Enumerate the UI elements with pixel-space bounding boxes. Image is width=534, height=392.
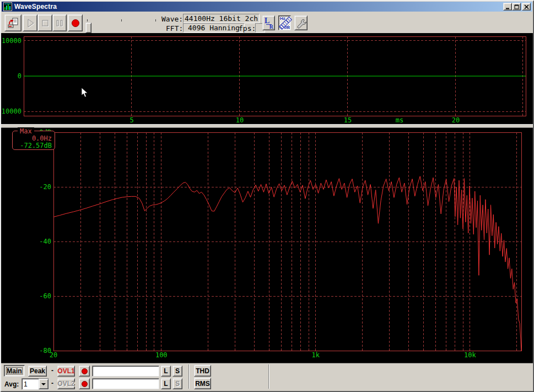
waveform-chart: 5101520ms100000-10000 — [1, 33, 533, 124]
main-toolbar: Wave: 44100Hz 16bit 2ch FFT: 4096 Hannin… — [1, 12, 533, 34]
waveform-panel: 5101520ms100000-10000 — [1, 33, 533, 124]
peak-box-legend: Max — [18, 127, 34, 135]
stop-icon — [40, 18, 51, 29]
overlay2-button[interactable]: OVL2 — [57, 378, 75, 389]
peak-hold-button[interactable]: Peak — [28, 366, 47, 377]
avg-count-select[interactable]: 1 — [21, 378, 49, 390]
slider-tick — [121, 19, 122, 22]
fft-setting-field: 4096 Hanning — [183, 23, 245, 33]
overlay1-save-button[interactable]: S — [172, 366, 182, 377]
lr-channel-button[interactable]: L R — [262, 15, 275, 30]
svg-text:-80: -80 — [39, 347, 51, 355]
close-button[interactable] — [522, 3, 531, 10]
wavespectra-window: WaveSpectra — [0, 0, 534, 392]
minimize-button[interactable] — [503, 3, 512, 10]
bottom-toolbar: Main Peak - OVL1 L S THD Avg: 1 - OVL2 L… — [1, 363, 533, 391]
fft-label: FFT: — [166, 24, 183, 33]
avg-label: Avg: — [4, 380, 19, 388]
svg-text:-10000: -10000 — [1, 108, 21, 115]
fps-label: fps: — [239, 24, 256, 33]
overlay1-name-input[interactable] — [92, 366, 159, 377]
peak-level-value: -72.57dB — [20, 142, 52, 149]
window-title: WaveSpectra — [14, 3, 57, 10]
overlay1-button[interactable]: OVL1 — [57, 366, 75, 377]
record-button[interactable] — [68, 14, 83, 31]
wrench-icon — [295, 18, 306, 29]
dash-separator: - — [51, 367, 53, 374]
overlay2-save-button[interactable]: S — [172, 378, 182, 389]
rms-button[interactable]: RMS — [194, 378, 211, 389]
left-right-channel-icon: L R — [263, 16, 274, 30]
hz-db-scale-button[interactable]: Hz dB — [278, 15, 291, 30]
overlay2-record-button[interactable] — [79, 378, 90, 389]
slider-tick — [87, 19, 88, 22]
wave-label: Wave: — [161, 15, 183, 23]
svg-text:10k: 10k — [464, 351, 476, 359]
position-slider[interactable] — [85, 19, 158, 31]
overlay2-load-button[interactable]: L — [161, 378, 171, 389]
titlebar[interactable]: WaveSpectra — [2, 2, 532, 12]
svg-text:100: 100 — [155, 351, 168, 359]
hz-db-scale-icon: Hz dB — [279, 16, 290, 30]
overlay2-name-input[interactable] — [92, 378, 159, 389]
record-dot-icon — [82, 368, 88, 374]
maximize-button[interactable] — [512, 3, 521, 10]
wave-format-field: 44100Hz 16bit 2ch — [183, 14, 260, 23]
dash-separator: - — [51, 379, 53, 387]
record-icon — [70, 18, 81, 29]
svg-text:10000: 10000 — [2, 37, 21, 45]
svg-text:10: 10 — [236, 116, 244, 124]
pause-button[interactable] — [52, 14, 67, 31]
open-wave-file-icon — [7, 17, 19, 29]
svg-text:-60: -60 — [39, 292, 51, 300]
spectrum-chart: 201001k10k0dB-20-40-60-80 — [1, 128, 533, 363]
svg-text:ms: ms — [396, 116, 403, 124]
svg-text:0: 0 — [18, 72, 21, 80]
stop-button[interactable] — [37, 14, 52, 31]
svg-text:5: 5 — [130, 116, 133, 124]
chevron-down-icon[interactable] — [39, 379, 48, 389]
svg-text:1k: 1k — [312, 351, 320, 359]
peak-readout-box: Max 0.0Hz -72.57dB — [12, 131, 55, 150]
record-dot-icon — [82, 381, 88, 387]
toolbar-separator — [268, 364, 269, 389]
toolbar-separator — [188, 364, 190, 389]
panel-separator — [1, 124, 533, 128]
open-file-button[interactable] — [4, 14, 21, 31]
play-button[interactable] — [23, 14, 37, 31]
peak-frequency-value: 0.0Hz — [32, 135, 52, 142]
slider-tick — [155, 19, 156, 22]
spectrum-panel: 201001k10k0dB-20-40-60-80 Max 0.0Hz -72.… — [1, 128, 533, 363]
pause-icon — [54, 18, 65, 29]
main-view-button[interactable]: Main — [4, 365, 25, 377]
avg-count-value: 1 — [22, 380, 39, 388]
settings-button[interactable] — [294, 15, 308, 30]
play-icon — [25, 18, 36, 29]
thd-button[interactable]: THD — [194, 365, 211, 377]
svg-text:15: 15 — [344, 116, 352, 124]
svg-text:-20: -20 — [39, 183, 51, 191]
svg-text:20: 20 — [452, 116, 460, 124]
svg-text:-40: -40 — [39, 238, 51, 245]
overlay1-record-button[interactable] — [79, 366, 90, 377]
app-icon — [3, 2, 12, 11]
overlay1-load-button[interactable]: L — [161, 366, 171, 377]
slider-thumb[interactable] — [85, 23, 91, 33]
